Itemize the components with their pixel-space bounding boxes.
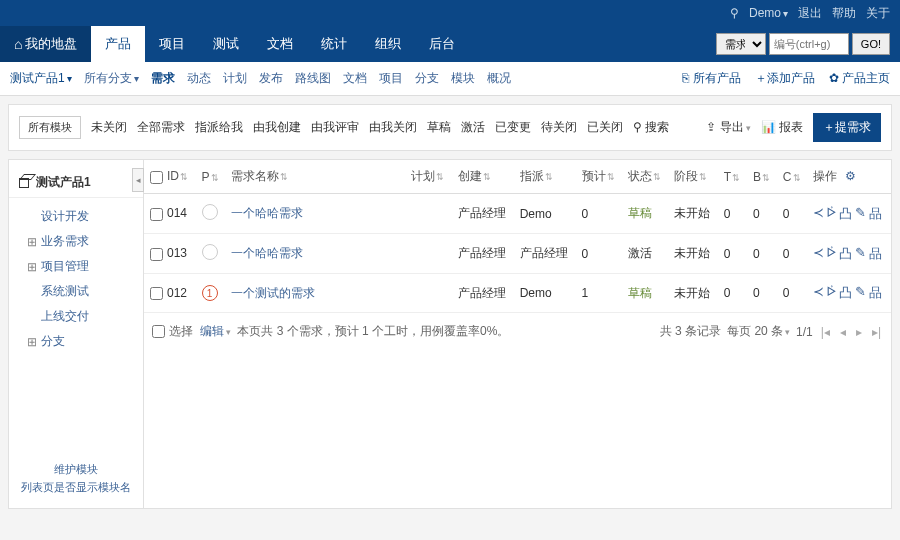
row-actions: ≺ᢰ凸✎品 xyxy=(813,245,885,263)
change-icon[interactable]: ≺ xyxy=(813,245,824,263)
go-button[interactable]: GO! xyxy=(852,33,890,55)
subnav-release[interactable]: 发布 xyxy=(259,70,283,87)
tree-item[interactable]: ⊞业务需求 xyxy=(9,229,143,254)
search-input[interactable] xyxy=(769,33,849,55)
help-link[interactable]: 帮助 xyxy=(832,5,856,22)
edit-icon[interactable]: ✎ xyxy=(855,284,866,302)
sidebar-title[interactable]: 测试产品1 xyxy=(9,168,143,198)
select-all-checkbox[interactable] xyxy=(150,171,163,184)
last-page-button[interactable]: ▸| xyxy=(870,325,883,339)
change-icon[interactable]: ≺ xyxy=(813,284,824,302)
col-stage[interactable]: 阶段 xyxy=(668,160,717,194)
close-icon[interactable]: 凸 xyxy=(839,245,852,263)
tree-item[interactable]: ⊞项目管理 xyxy=(9,254,143,279)
all-products-link[interactable]: ⎘ 所有产品 xyxy=(682,70,740,87)
col-est[interactable]: 预计 xyxy=(576,160,622,194)
nav-tab-admin[interactable]: 后台 xyxy=(415,26,469,62)
filter-draft[interactable]: 草稿 xyxy=(427,119,451,136)
tree-item[interactable]: 上线交付 xyxy=(9,304,143,329)
sitemap-icon[interactable]: 品 xyxy=(869,205,882,223)
row-checkbox[interactable] xyxy=(150,248,163,261)
edit-icon[interactable]: ✎ xyxy=(855,245,866,263)
filter-toclose[interactable]: 待关闭 xyxy=(541,119,577,136)
sitemap-icon[interactable]: 品 xyxy=(869,245,882,263)
select-all-footer-checkbox[interactable] xyxy=(152,325,165,338)
col-id[interactable]: ID xyxy=(144,160,196,194)
sitemap-icon[interactable]: 品 xyxy=(869,284,882,302)
product-home-link[interactable]: ✿ 产品主页 xyxy=(829,70,890,87)
add-product-link[interactable]: ＋添加产品 xyxy=(755,70,815,87)
module-filter-button[interactable]: 所有模块 xyxy=(19,116,81,139)
close-icon[interactable]: 凸 xyxy=(839,205,852,223)
next-page-button[interactable]: ▸ xyxy=(854,325,864,339)
product-selector[interactable]: 测试产品1 xyxy=(10,70,72,87)
branch-selector[interactable]: 所有分支 xyxy=(84,70,139,87)
subnav-roadmap[interactable]: 路线图 xyxy=(295,70,331,87)
subnav-project[interactable]: 项目 xyxy=(379,70,403,87)
nav-tab-doc[interactable]: 文档 xyxy=(253,26,307,62)
filter-closedbyme[interactable]: 由我关闭 xyxy=(369,119,417,136)
col-name[interactable]: 需求名称 xyxy=(225,160,405,194)
col-b[interactable]: B xyxy=(747,160,777,194)
user-menu[interactable]: Demo xyxy=(749,6,788,20)
col-c[interactable]: C xyxy=(777,160,808,194)
col-status[interactable]: 状态 xyxy=(622,160,668,194)
logout-link[interactable]: 退出 xyxy=(798,5,822,22)
row-checkbox[interactable] xyxy=(150,208,163,221)
filter-search[interactable]: ⚲ 搜索 xyxy=(633,119,669,136)
subnav-doc[interactable]: 文档 xyxy=(343,70,367,87)
nav-tab-stat[interactable]: 统计 xyxy=(307,26,361,62)
search-type-select[interactable]: 需求 xyxy=(716,33,766,55)
export-button[interactable]: ⇪ 导出 xyxy=(706,119,750,136)
nav-tab-test[interactable]: 测试 xyxy=(199,26,253,62)
batch-edit-link[interactable]: 编辑 xyxy=(200,323,231,340)
sidebar-collapse-toggle[interactable]: ◂ xyxy=(132,168,144,192)
report-button[interactable]: 📊 报表 xyxy=(761,119,803,136)
subnav-story[interactable]: 需求 xyxy=(151,70,175,87)
subnav-module[interactable]: 模块 xyxy=(451,70,475,87)
filter-assigntome[interactable]: 指派给我 xyxy=(195,119,243,136)
subnav-overview[interactable]: 概况 xyxy=(487,70,511,87)
filter-all[interactable]: 全部需求 xyxy=(137,119,185,136)
story-name-link[interactable]: 一个哈哈需求 xyxy=(231,246,303,260)
col-create[interactable]: 创建 xyxy=(452,160,514,194)
tree-item[interactable]: ⊞分支 xyxy=(9,329,143,354)
table-row: 014一个哈哈需求产品经理Demo0草稿未开始000≺ᢰ凸✎品 xyxy=(144,194,891,234)
review-icon[interactable]: ᢰ xyxy=(827,284,836,302)
filter-changed[interactable]: 已变更 xyxy=(495,119,531,136)
filter-active[interactable]: 激活 xyxy=(461,119,485,136)
table-settings-icon[interactable]: ⚙ xyxy=(841,169,860,183)
story-name-link[interactable]: 一个测试的需求 xyxy=(231,286,315,300)
filter-reviewedbyme[interactable]: 由我评审 xyxy=(311,119,359,136)
per-page-selector[interactable]: 每页 20 条 xyxy=(727,323,790,340)
story-name-link[interactable]: 一个哈哈需求 xyxy=(231,206,303,220)
prev-page-button[interactable]: ◂ xyxy=(838,325,848,339)
filter-closed[interactable]: 已关闭 xyxy=(587,119,623,136)
close-icon[interactable]: 凸 xyxy=(839,284,852,302)
about-link[interactable]: 关于 xyxy=(866,5,890,22)
col-t[interactable]: T xyxy=(718,160,747,194)
row-checkbox[interactable] xyxy=(150,287,163,300)
subnav-branch[interactable]: 分支 xyxy=(415,70,439,87)
filter-open[interactable]: 未关闭 xyxy=(91,119,127,136)
col-pri[interactable]: P xyxy=(196,160,226,194)
col-assign[interactable]: 指派 xyxy=(514,160,576,194)
nav-tab-project[interactable]: 项目 xyxy=(145,26,199,62)
tree-item[interactable]: 设计开发 xyxy=(9,204,143,229)
create-story-button[interactable]: ＋提需求 xyxy=(813,113,881,142)
filter-createdbyme[interactable]: 由我创建 xyxy=(253,119,301,136)
nav-tab-product[interactable]: 产品 xyxy=(91,26,145,62)
review-icon[interactable]: ᢰ xyxy=(827,245,836,263)
edit-icon[interactable]: ✎ xyxy=(855,205,866,223)
tree-item[interactable]: 系统测试 xyxy=(9,279,143,304)
col-plan[interactable]: 计划 xyxy=(405,160,451,194)
review-icon[interactable]: ᢰ xyxy=(827,205,836,223)
show-module-toggle[interactable]: 列表页是否显示模块名 xyxy=(9,480,143,495)
change-icon[interactable]: ≺ xyxy=(813,205,824,223)
maintain-module-link[interactable]: 维护模块 xyxy=(9,462,143,477)
subnav-plan[interactable]: 计划 xyxy=(223,70,247,87)
first-page-button[interactable]: |◂ xyxy=(819,325,832,339)
nav-tab-org[interactable]: 组织 xyxy=(361,26,415,62)
nav-home[interactable]: 我的地盘 xyxy=(0,26,91,62)
subnav-dynamic[interactable]: 动态 xyxy=(187,70,211,87)
